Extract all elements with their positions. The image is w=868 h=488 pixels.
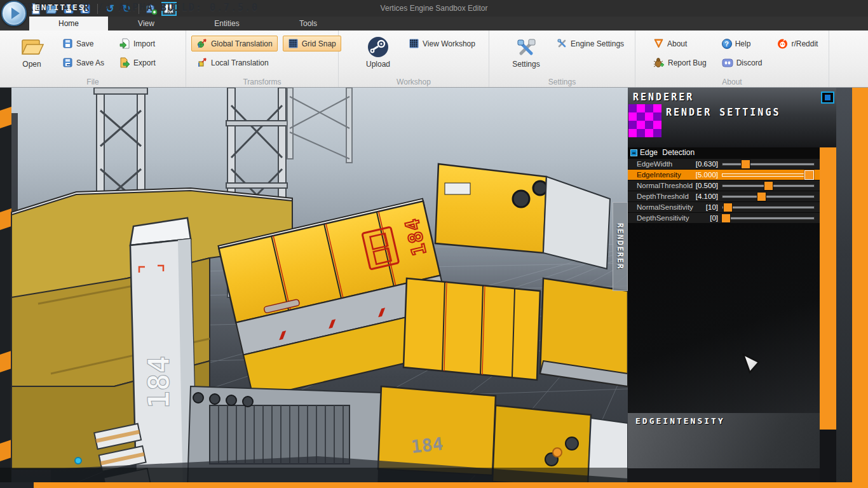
slider-track[interactable] (722, 173, 815, 177)
hull-marking-184-vertical: 184 (142, 356, 176, 409)
slider-thumb[interactable] (741, 159, 750, 169)
save-as-button[interactable]: Save As (57, 55, 109, 71)
collapse-section-button[interactable] (630, 149, 637, 156)
save-button[interactable]: Save (57, 36, 109, 51)
grid-snap-button[interactable]: Grid Snap (283, 36, 341, 51)
slider-value: [10] (706, 202, 718, 213)
slider-thumb[interactable] (757, 192, 766, 201)
ribbon: Open Save Save As Import (0, 30, 868, 88)
open-label: Open (22, 60, 41, 69)
open-button[interactable]: Open (11, 34, 52, 69)
renderer-side-tab-label: RENDERER (616, 223, 625, 270)
slider-value: [0] (710, 213, 718, 224)
hull-marking-184-gray: 184 (410, 433, 444, 458)
ribbon-group-transforms: Global Translation Local Translation Gri… (186, 30, 339, 87)
discord-icon (722, 58, 733, 68)
renderer-side-tab[interactable]: RENDERER (613, 202, 628, 291)
view-workshop-button[interactable]: View Workshop (403, 36, 480, 51)
slider-row-normalsensitivity: NormalSensitivity [10] (628, 201, 820, 212)
slider-thumb[interactable] (721, 214, 731, 223)
panel-dock-button[interactable] (821, 92, 834, 104)
local-translation-button[interactable]: Local Translation (191, 55, 278, 71)
tab-entities[interactable]: Entities (205, 17, 249, 30)
workshop-grid-icon (409, 38, 419, 49)
slider-thumb[interactable] (723, 203, 733, 212)
open-folder-big-icon (20, 36, 44, 58)
bottom-bar-stub (0, 482, 34, 488)
slider-track[interactable] (722, 195, 815, 198)
right-accent-bar (852, 88, 868, 488)
export-icon (119, 57, 130, 68)
group-label-settings: Settings (489, 78, 635, 86)
editor-window: Vertices Engine Sandbox Editor ↺ ↻ (0, 0, 868, 488)
import-button[interactable]: Import (114, 36, 161, 51)
slider-thumb[interactable] (804, 170, 814, 180)
tab-view[interactable]: View (124, 17, 168, 30)
entities-status-label[interactable]: ENTITIES (35, 3, 85, 12)
discord-button[interactable]: Discord (717, 55, 768, 71)
slider-label: DepthSensitivity (637, 213, 689, 224)
global-translation-button[interactable]: Global Translation (191, 36, 278, 51)
about-button[interactable]: About (648, 36, 712, 51)
export-button[interactable]: Export (114, 55, 161, 71)
global-translation-label: Global Translation (211, 39, 273, 48)
reddit-label: r/Reddit (791, 39, 818, 48)
slider-track[interactable] (722, 163, 815, 166)
side-tab-strip (836, 88, 852, 488)
viewport-3d-scene[interactable]: 184 184 (0, 88, 628, 488)
slider-label: NormalSensitivity (637, 202, 693, 213)
group-label-about: About (635, 78, 829, 86)
about-label: About (667, 39, 687, 48)
ribbon-group-file: Open Save Save As Import (0, 30, 186, 87)
report-bug-label: Report Bug (668, 58, 707, 67)
help-button[interactable]: ? Help (717, 36, 768, 51)
upload-button[interactable]: Upload (358, 34, 398, 69)
grid-snap-label: Grid Snap (302, 39, 336, 48)
reddit-button[interactable]: r/Reddit (772, 36, 823, 51)
grid-snap-icon (288, 38, 299, 49)
viewport-status-bar (0, 468, 628, 482)
slider-label: EdgeIntensity (637, 170, 681, 180)
ribbon-tab-bar: Home View Entities Tools (0, 17, 868, 30)
save-label: Save (76, 39, 93, 48)
section-title: Edge Detection (640, 147, 695, 158)
report-bug-button[interactable]: Report Bug (648, 55, 712, 71)
tab-tools[interactable]: Tools (289, 17, 327, 30)
help-label: Help (735, 39, 751, 48)
engine-settings-label: Engine Settings (571, 39, 624, 48)
render-settings-title: RENDER SETTINGS (666, 107, 780, 118)
active-property-label: EDGEINTENSITY (635, 416, 725, 426)
app-menu-button[interactable] (1, 1, 27, 26)
slider-track[interactable] (722, 206, 815, 209)
group-label-file: File (0, 78, 186, 86)
section-header: Edge Detection (628, 147, 820, 158)
settings-button[interactable]: Settings (506, 34, 546, 69)
ribbon-spacer (829, 30, 868, 87)
panel-accent-bar (820, 147, 836, 430)
slider-label: DepthThreshold (637, 191, 689, 202)
tab-home[interactable]: Home (29, 17, 108, 30)
local-translation-icon (196, 57, 208, 68)
settings-tools-icon (515, 36, 538, 58)
vertices-logo-icon (653, 38, 664, 49)
panel-accent-bar-end (820, 430, 836, 488)
slider-row-normalthreshold: NormalThreshold [0.500] (628, 180, 820, 191)
slider-value: [4.100] (696, 191, 718, 202)
minus-icon (632, 152, 635, 154)
slider-value: [5.000] (696, 170, 718, 180)
engine-settings-button[interactable]: Engine Settings (552, 36, 629, 51)
bottom-accent-bar (34, 482, 868, 488)
bug-report-icon (653, 57, 665, 68)
slider-track[interactable] (722, 217, 815, 220)
ribbon-group-workshop: Upload View Workshop Workshop (339, 30, 489, 87)
slider-value: [0.500] (696, 180, 718, 191)
help-icon: ? (722, 39, 732, 49)
global-translation-icon (196, 38, 208, 49)
slider-track[interactable] (722, 184, 815, 187)
ribbon-group-about: About Report Bug ? Help Discord (635, 30, 829, 87)
slider-thumb[interactable] (764, 181, 773, 191)
mouse-cursor (742, 353, 761, 377)
steam-upload-icon (367, 36, 390, 58)
view-workshop-label: View Workshop (423, 39, 475, 48)
slider-label: NormalThreshold (637, 180, 693, 191)
